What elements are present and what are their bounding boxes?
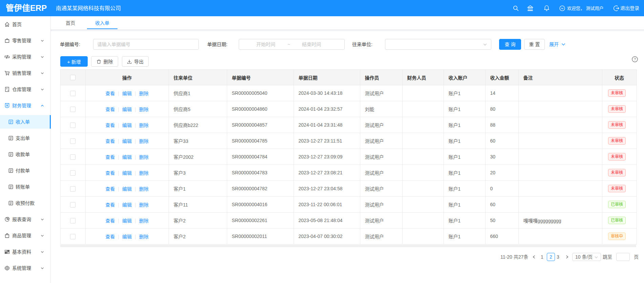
svg-text:?: ? xyxy=(634,57,636,61)
